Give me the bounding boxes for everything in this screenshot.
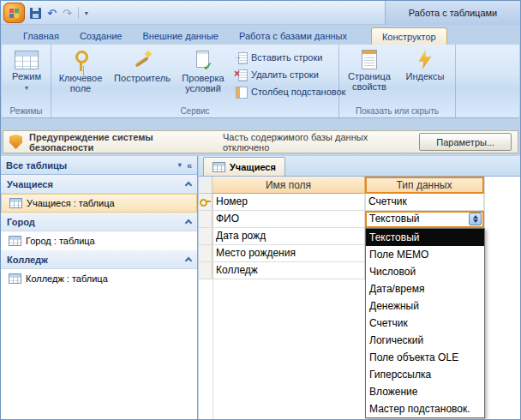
options-button[interactable]: Параметры...	[419, 133, 512, 151]
nav-group-label: Учащиеся	[7, 179, 53, 189]
nav-item-kolledzh-table[interactable]: Колледж : таблица	[1, 269, 197, 288]
datasheet-view-icon	[15, 51, 39, 69]
field-name-cell[interactable]: Место рождения	[213, 245, 365, 262]
property-sheet-button[interactable]: Страница свойств	[341, 47, 398, 92]
delete-rows-button[interactable]: Удалить строки	[235, 67, 319, 82]
quick-access-toolbar: ↶ ↷ ▾	[30, 5, 88, 21]
nav-pane-title: Все таблицы	[6, 160, 67, 171]
dropdown-item[interactable]: Мастер подстановок.	[366, 400, 484, 417]
tab-rabota-s-bazami[interactable]: Работа с базами данных	[229, 27, 357, 45]
field-name-cell[interactable]: Колледж	[213, 262, 365, 279]
tab-glavnaya[interactable]: Главная	[13, 27, 69, 45]
shutter-collapse-icon[interactable]: «	[187, 160, 192, 171]
nav-menu-arrow-icon[interactable]: ▾	[178, 161, 182, 169]
lightning-icon	[419, 50, 432, 69]
field-name-cell[interactable]: Номер	[213, 194, 365, 211]
design-grid: Имя поля Тип данных Номер Счетчик ФИО Те…	[199, 177, 520, 419]
tab-konstruktor[interactable]: Конструктор	[371, 27, 447, 45]
insert-rows-label: Вставить строки	[251, 52, 322, 63]
lookup-column-label: Столбец подстановок	[251, 87, 345, 97]
group-label-service: Сервис	[51, 106, 338, 116]
security-warning-title: Предупреждение системы безопасности	[29, 132, 216, 153]
dropdown-item[interactable]: Числовой	[366, 263, 484, 280]
validation-check-icon	[195, 50, 212, 72]
nav-group-gorod[interactable]: Город	[1, 213, 197, 231]
table-icon	[213, 162, 225, 172]
row-selector[interactable]	[199, 245, 213, 262]
dropdown-item[interactable]: Логический	[366, 332, 484, 349]
delete-rows-icon	[235, 69, 248, 81]
indexes-button[interactable]: Индексы	[399, 47, 451, 81]
navigation-pane: Все таблицы ▾ « Учащиеся Учащиеся : табл…	[1, 156, 198, 419]
row-selector[interactable]	[199, 194, 213, 211]
nav-group-uchashchiesya[interactable]: Учащиеся	[1, 175, 197, 194]
document-tab-label: Учащиеся	[230, 162, 276, 172]
test-validation-button[interactable]: Проверка условий	[177, 47, 230, 93]
dropdown-item[interactable]: Вложение	[366, 383, 484, 400]
dropdown-item[interactable]: Поле MEMO	[366, 246, 484, 263]
security-shield-icon	[9, 135, 22, 149]
key-icon	[72, 50, 89, 72]
builder-button[interactable]: Построитель	[110, 47, 175, 83]
view-button[interactable]: Режим	[9, 48, 45, 93]
dropdown-item[interactable]: Гиперссылка	[366, 366, 484, 383]
nav-item-uchashchiesya-table[interactable]: Учащиеся : таблица	[1, 194, 197, 213]
undo-icon[interactable]: ↶	[47, 8, 57, 19]
document-tab-strip: Учащиеся	[199, 156, 520, 177]
insert-rows-button[interactable]: Вставить строки	[235, 50, 322, 65]
chevron-up-icon	[185, 182, 192, 189]
redo-icon: ↷	[63, 8, 72, 19]
column-header-data-type[interactable]: Тип данных	[365, 177, 484, 194]
dropdown-item[interactable]: Дата/время	[366, 280, 484, 297]
ribbon-group-service: Ключевое поле Построитель Проверка услов…	[51, 45, 339, 117]
column-header-field-name[interactable]: Имя поля	[213, 177, 365, 194]
row-selector[interactable]	[199, 211, 213, 228]
nav-item-gorod-table[interactable]: Город : таблица	[1, 231, 197, 250]
delete-rows-label: Удалить строки	[251, 69, 319, 80]
security-message-bar: Предупреждение системы безопасности Част…	[3, 130, 518, 153]
chevron-up-icon	[185, 257, 192, 264]
nav-group-kolledzh[interactable]: Колледж	[1, 250, 197, 269]
customize-toolbar-chevron-icon[interactable]: ▾	[85, 9, 88, 17]
nav-item-label: Город : таблица	[26, 236, 95, 246]
dropdown-item-selected[interactable]: Текстовый	[366, 229, 484, 246]
magic-wand-icon	[132, 50, 153, 72]
table-icon	[9, 198, 22, 208]
dropdown-item[interactable]: Денежный	[366, 297, 484, 315]
save-icon[interactable]	[30, 8, 41, 19]
office-button[interactable]	[3, 3, 25, 23]
document-tab-uchashchiesya[interactable]: Учащиеся	[203, 157, 285, 176]
tab-sozdanie[interactable]: Создание	[69, 27, 133, 45]
data-type-value: Текстовый	[369, 213, 419, 225]
access-window: ↶ ↷ ▾ Работа с таблицами Главная Создани…	[0, 0, 521, 420]
header-row-selector	[199, 177, 213, 194]
ribbon-group-show-hide: Страница свойств Индексы Показать или ск…	[339, 45, 456, 117]
data-type-cell[interactable]: Счетчик	[365, 194, 484, 211]
nav-group-label: Город	[7, 217, 35, 227]
data-type-dropdown-list: Текстовый Поле MEMO Числовой Дата/время …	[365, 228, 485, 418]
primary-key-icon	[200, 198, 211, 206]
field-name-cell[interactable]: ФИО	[213, 211, 365, 228]
group-label-views: Режимы	[2, 106, 51, 116]
nav-pane-header[interactable]: Все таблицы ▾ «	[1, 156, 197, 175]
dropdown-item[interactable]: Счетчик	[366, 315, 484, 332]
combo-dropdown-button[interactable]	[469, 213, 482, 225]
primary-key-label: Ключевое поле	[53, 73, 108, 93]
dropdown-item[interactable]: Поле объекта OLE	[366, 349, 484, 366]
field-name-cell[interactable]: Дата рожд	[213, 228, 365, 245]
row-selector[interactable]	[199, 262, 213, 279]
nav-item-label: Колледж : таблица	[26, 273, 108, 284]
data-type-cell-editing[interactable]: Текстовый	[365, 211, 484, 228]
ribbon-group-views: Режим Режимы	[2, 45, 51, 117]
office-logo-icon	[9, 9, 19, 18]
lookup-column-button[interactable]: Столбец подстановок	[235, 84, 345, 99]
tab-vneshnie-dannye[interactable]: Внешние данные	[133, 27, 229, 45]
field-row: ФИО Текстовый	[199, 211, 521, 228]
view-dropdown-arrow-icon	[25, 81, 28, 93]
nav-group-label: Колледж	[7, 255, 48, 265]
row-selector[interactable]	[199, 228, 213, 245]
builder-label: Построитель	[114, 73, 171, 83]
view-button-label: Режим	[12, 71, 41, 81]
contextual-tab-group-label: Работа с таблицами	[385, 1, 520, 25]
primary-key-button[interactable]: Ключевое поле	[53, 47, 108, 93]
